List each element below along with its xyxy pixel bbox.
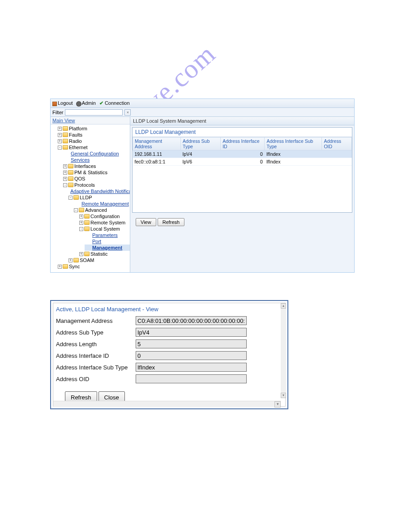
cell-oid xyxy=(322,150,352,158)
main-panel: LLDP Local System Management LLDP Local … xyxy=(130,117,354,272)
filter-input[interactable] xyxy=(65,109,123,116)
sidebar: Main View +Platform +Faults +Radio -Ethe… xyxy=(51,117,130,272)
expand-icon[interactable]: + xyxy=(79,252,83,256)
scroll-up-icon[interactable]: ▴ xyxy=(281,303,286,309)
filter-bar: Filter × xyxy=(51,108,354,117)
collapse-icon[interactable]: - xyxy=(79,227,83,231)
detail-dialog: Active, LLDP Local Management - View Man… xyxy=(50,300,288,409)
gear-icon xyxy=(77,102,81,106)
tree-pm-stats[interactable]: PM & Statistics xyxy=(74,170,107,175)
field-oid[interactable] xyxy=(136,374,247,383)
collapse-icon[interactable]: - xyxy=(58,146,62,150)
cell-ifid: 0 xyxy=(221,150,265,158)
field-length[interactable] xyxy=(136,339,247,348)
scroll-dropdown-icon[interactable]: ▾ xyxy=(274,401,281,408)
tree-faults[interactable]: Faults xyxy=(69,132,82,137)
admin-label: Admin xyxy=(82,100,96,106)
expand-icon[interactable]: + xyxy=(79,221,83,225)
expand-icon[interactable]: + xyxy=(63,164,67,168)
folder-icon xyxy=(63,139,68,143)
cell-subtype: IpV4 xyxy=(181,150,221,158)
tree-remote-system[interactable]: Remote System xyxy=(90,220,125,225)
admin-link[interactable]: Admin xyxy=(77,100,96,106)
expand-icon[interactable]: + xyxy=(58,139,62,143)
dialog-title: Active, LLDP Local Management - View xyxy=(56,306,283,313)
connection-link[interactable]: ✔ Connection xyxy=(99,100,130,106)
tree-parameters[interactable]: Parameters xyxy=(92,232,118,238)
expand-icon[interactable]: + xyxy=(63,177,67,181)
expand-icon[interactable]: + xyxy=(68,258,73,262)
col-subtype[interactable]: Address Sub Type xyxy=(181,137,221,150)
check-icon: ✔ xyxy=(99,100,103,106)
tree-configuration[interactable]: Configuration xyxy=(90,214,120,219)
expand-icon[interactable]: + xyxy=(58,133,62,137)
col-ifsub[interactable]: Address Interface Sub Type xyxy=(265,137,322,150)
filter-label: Filter xyxy=(52,110,63,115)
folder-icon xyxy=(68,183,73,187)
main-view-link[interactable]: Main View xyxy=(51,117,130,124)
col-oid[interactable]: Address OID xyxy=(322,137,352,150)
folder-icon xyxy=(68,176,73,181)
panel-title: LLDP Local Management xyxy=(133,128,352,137)
expand-icon[interactable]: + xyxy=(79,215,83,219)
tree-protocols[interactable]: Protocols xyxy=(74,182,95,188)
scroll-down-icon[interactable]: ▾ xyxy=(281,393,286,398)
table-row[interactable]: fec0::c0:a8:1:1 IpV6 0 IfIndex xyxy=(133,158,352,166)
horizontal-scrollbar[interactable]: ▾ xyxy=(53,401,281,407)
collapse-icon[interactable]: - xyxy=(74,208,78,212)
logout-link[interactable]: Logout xyxy=(52,100,73,106)
tree-interfaces[interactable]: Interfaces xyxy=(74,163,96,169)
expand-icon[interactable]: + xyxy=(63,171,67,175)
nav-tree: +Platform +Faults +Radio -Ethernet Gener… xyxy=(51,124,130,272)
page-title: LLDP Local System Management xyxy=(130,117,354,125)
tree-advanced[interactable]: Advanced xyxy=(85,207,107,213)
tree-port[interactable]: Port xyxy=(92,239,101,244)
folder-icon xyxy=(84,214,90,219)
vertical-scrollbar[interactable]: ▴ ▾ xyxy=(281,303,286,398)
tree-qos[interactable]: QOS xyxy=(74,176,85,181)
field-ifsub[interactable] xyxy=(136,363,247,372)
field-ifid[interactable] xyxy=(136,351,247,360)
table-empty-space xyxy=(133,166,352,212)
folder-icon xyxy=(84,227,90,231)
door-icon xyxy=(52,102,57,106)
label-ifid: Address Interface ID xyxy=(56,352,136,359)
field-subtype[interactable] xyxy=(136,328,247,337)
tree-ethernet[interactable]: Ethernet xyxy=(69,145,88,150)
tree-services[interactable]: Services xyxy=(71,157,90,163)
cell-ifsub: IfIndex xyxy=(265,150,322,158)
logout-label: Logout xyxy=(58,100,73,106)
tree-lldp[interactable]: LLDP xyxy=(80,195,92,200)
management-panel: LLDP Local Management Management Address… xyxy=(132,127,352,213)
folder-icon xyxy=(63,264,68,269)
label-subtype: Address Sub Type xyxy=(56,329,136,336)
field-mgmt-address[interactable] xyxy=(136,316,247,325)
tree-local-system[interactable]: Local System xyxy=(90,226,120,232)
tree-soam[interactable]: SOAM xyxy=(80,257,94,263)
tree-statistic[interactable]: Statistic xyxy=(90,251,108,257)
folder-icon xyxy=(79,208,84,212)
folder-icon xyxy=(73,258,79,262)
label-length: Address Length xyxy=(56,341,136,348)
tree-radio[interactable]: Radio xyxy=(69,138,82,144)
tree-platform[interactable]: Platform xyxy=(69,126,87,131)
collapse-icon[interactable]: - xyxy=(68,196,73,200)
col-ifid[interactable]: Address Interface ID xyxy=(221,137,265,150)
collapse-icon[interactable]: - xyxy=(63,183,67,187)
tree-sync[interactable]: Sync xyxy=(69,264,80,269)
label-oid: Address OID xyxy=(56,376,136,382)
refresh-button[interactable]: Refresh xyxy=(158,218,185,226)
tree-management[interactable]: Management xyxy=(92,245,122,250)
clear-filter-button[interactable]: × xyxy=(124,109,131,116)
cell-oid xyxy=(322,158,352,166)
table-row[interactable]: 192.168.1.11 IpV4 0 IfIndex xyxy=(133,150,352,158)
tree-abn[interactable]: Adaptive Bandwidth Notification xyxy=(70,189,130,194)
folder-icon xyxy=(63,133,68,137)
tree-general-config[interactable]: General Configuration xyxy=(71,151,119,156)
expand-icon[interactable]: + xyxy=(58,127,62,131)
col-address[interactable]: Management Address xyxy=(133,137,181,150)
tree-remote-mgmt[interactable]: Remote Management xyxy=(81,201,129,206)
folder-icon xyxy=(84,252,90,256)
view-button[interactable]: View xyxy=(136,218,156,226)
expand-icon[interactable]: + xyxy=(58,265,62,269)
